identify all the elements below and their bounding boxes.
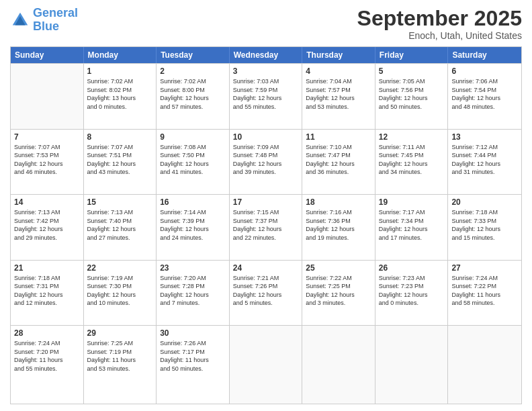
day-number: 19 bbox=[379, 197, 445, 207]
day-number: 23 bbox=[160, 263, 226, 273]
day-number: 26 bbox=[379, 263, 445, 273]
cal-cell: 15Sunrise: 7:13 AM Sunset: 7:40 PM Dayli… bbox=[84, 195, 157, 260]
logo-general: General bbox=[33, 6, 78, 19]
day-info: Sunrise: 7:21 AM Sunset: 7:26 PM Dayligh… bbox=[233, 274, 299, 308]
cal-cell: 12Sunrise: 7:11 AM Sunset: 7:45 PM Dayli… bbox=[375, 130, 449, 195]
cal-row-2: 14Sunrise: 7:13 AM Sunset: 7:42 PM Dayli… bbox=[11, 194, 521, 260]
cal-cell bbox=[11, 64, 84, 129]
weekday-header-monday: Monday bbox=[84, 47, 157, 63]
cal-cell: 19Sunrise: 7:17 AM Sunset: 7:34 PM Dayli… bbox=[375, 195, 449, 260]
cal-cell: 17Sunrise: 7:15 AM Sunset: 7:37 PM Dayli… bbox=[230, 195, 303, 260]
cal-cell: 25Sunrise: 7:22 AM Sunset: 7:25 PM Dayli… bbox=[302, 261, 375, 326]
header: General Blue September 2025 Enoch, Utah,… bbox=[10, 7, 522, 41]
day-info: Sunrise: 7:02 AM Sunset: 8:02 PM Dayligh… bbox=[87, 77, 153, 111]
cal-cell: 14Sunrise: 7:13 AM Sunset: 7:42 PM Dayli… bbox=[11, 195, 84, 260]
cal-cell bbox=[448, 326, 521, 404]
weekday-header-friday: Friday bbox=[375, 47, 449, 63]
logo-icon bbox=[10, 10, 30, 30]
cal-row-4: 28Sunrise: 7:24 AM Sunset: 7:20 PM Dayli… bbox=[11, 325, 521, 404]
day-info: Sunrise: 7:23 AM Sunset: 7:23 PM Dayligh… bbox=[379, 274, 445, 308]
cal-row-0: 1Sunrise: 7:02 AM Sunset: 8:02 PM Daylig… bbox=[11, 63, 521, 129]
day-info: Sunrise: 7:07 AM Sunset: 7:51 PM Dayligh… bbox=[87, 143, 153, 177]
cal-cell: 27Sunrise: 7:24 AM Sunset: 7:22 PM Dayli… bbox=[448, 261, 521, 326]
day-number: 8 bbox=[87, 132, 153, 142]
logo-text: General Blue bbox=[33, 7, 78, 34]
month-title: September 2025 bbox=[357, 7, 522, 30]
day-number: 17 bbox=[233, 197, 299, 207]
cal-cell: 28Sunrise: 7:24 AM Sunset: 7:20 PM Dayli… bbox=[11, 326, 84, 404]
cal-cell: 4Sunrise: 7:04 AM Sunset: 7:57 PM Daylig… bbox=[302, 64, 375, 129]
day-info: Sunrise: 7:13 AM Sunset: 7:40 PM Dayligh… bbox=[87, 208, 153, 242]
weekday-header-sunday: Sunday bbox=[11, 47, 84, 63]
day-info: Sunrise: 7:15 AM Sunset: 7:37 PM Dayligh… bbox=[233, 208, 299, 242]
day-number: 29 bbox=[87, 328, 153, 338]
day-number: 18 bbox=[306, 197, 371, 207]
cal-cell: 30Sunrise: 7:26 AM Sunset: 7:17 PM Dayli… bbox=[157, 326, 230, 404]
cal-cell: 16Sunrise: 7:14 AM Sunset: 7:39 PM Dayli… bbox=[157, 195, 230, 260]
cal-cell: 21Sunrise: 7:18 AM Sunset: 7:31 PM Dayli… bbox=[11, 261, 84, 326]
day-info: Sunrise: 7:24 AM Sunset: 7:20 PM Dayligh… bbox=[14, 339, 80, 373]
weekday-header-saturday: Saturday bbox=[448, 47, 521, 63]
day-info: Sunrise: 7:24 AM Sunset: 7:22 PM Dayligh… bbox=[451, 274, 518, 308]
day-info: Sunrise: 7:06 AM Sunset: 7:54 PM Dayligh… bbox=[451, 77, 518, 111]
day-info: Sunrise: 7:05 AM Sunset: 7:56 PM Dayligh… bbox=[379, 77, 445, 111]
cal-cell: 13Sunrise: 7:12 AM Sunset: 7:44 PM Dayli… bbox=[448, 130, 521, 195]
calendar-header: SundayMondayTuesdayWednesdayThursdayFrid… bbox=[11, 47, 521, 63]
cal-cell: 1Sunrise: 7:02 AM Sunset: 8:02 PM Daylig… bbox=[84, 64, 157, 129]
day-info: Sunrise: 7:16 AM Sunset: 7:36 PM Dayligh… bbox=[306, 208, 371, 242]
cal-cell: 2Sunrise: 7:02 AM Sunset: 8:00 PM Daylig… bbox=[157, 64, 230, 129]
cal-cell: 9Sunrise: 7:08 AM Sunset: 7:50 PM Daylig… bbox=[157, 130, 230, 195]
day-number: 24 bbox=[233, 263, 299, 273]
day-info: Sunrise: 7:04 AM Sunset: 7:57 PM Dayligh… bbox=[306, 77, 371, 111]
logo: General Blue bbox=[10, 7, 78, 34]
day-number: 7 bbox=[14, 132, 80, 142]
weekday-header-wednesday: Wednesday bbox=[230, 47, 303, 63]
day-number: 28 bbox=[14, 328, 80, 338]
day-number: 3 bbox=[233, 66, 299, 76]
cal-cell: 29Sunrise: 7:25 AM Sunset: 7:19 PM Dayli… bbox=[84, 326, 157, 404]
day-number: 20 bbox=[451, 197, 518, 207]
cal-cell: 7Sunrise: 7:07 AM Sunset: 7:53 PM Daylig… bbox=[11, 130, 84, 195]
day-info: Sunrise: 7:12 AM Sunset: 7:44 PM Dayligh… bbox=[451, 143, 518, 177]
weekday-header-thursday: Thursday bbox=[302, 47, 375, 63]
day-info: Sunrise: 7:22 AM Sunset: 7:25 PM Dayligh… bbox=[306, 274, 371, 308]
cal-cell: 8Sunrise: 7:07 AM Sunset: 7:51 PM Daylig… bbox=[84, 130, 157, 195]
cal-cell bbox=[302, 326, 375, 404]
day-number: 13 bbox=[451, 132, 518, 142]
cal-cell: 22Sunrise: 7:19 AM Sunset: 7:30 PM Dayli… bbox=[84, 261, 157, 326]
day-number: 30 bbox=[160, 328, 226, 338]
title-block: September 2025 Enoch, Utah, United State… bbox=[357, 7, 522, 41]
cal-cell bbox=[230, 326, 303, 404]
day-info: Sunrise: 7:18 AM Sunset: 7:33 PM Dayligh… bbox=[451, 208, 518, 242]
weekday-header-tuesday: Tuesday bbox=[157, 47, 230, 63]
cal-cell: 20Sunrise: 7:18 AM Sunset: 7:33 PM Dayli… bbox=[448, 195, 521, 260]
day-number: 2 bbox=[160, 66, 226, 76]
day-info: Sunrise: 7:18 AM Sunset: 7:31 PM Dayligh… bbox=[14, 274, 80, 308]
day-info: Sunrise: 7:20 AM Sunset: 7:28 PM Dayligh… bbox=[160, 274, 226, 308]
calendar-body: 1Sunrise: 7:02 AM Sunset: 8:02 PM Daylig… bbox=[11, 63, 521, 404]
day-number: 25 bbox=[306, 263, 371, 273]
logo-blue: Blue bbox=[33, 19, 59, 33]
day-info: Sunrise: 7:25 AM Sunset: 7:19 PM Dayligh… bbox=[87, 339, 153, 373]
day-number: 27 bbox=[451, 263, 518, 273]
cal-cell: 3Sunrise: 7:03 AM Sunset: 7:59 PM Daylig… bbox=[230, 64, 303, 129]
page: General Blue September 2025 Enoch, Utah,… bbox=[0, 0, 532, 411]
day-info: Sunrise: 7:13 AM Sunset: 7:42 PM Dayligh… bbox=[14, 208, 80, 242]
day-number: 16 bbox=[160, 197, 226, 207]
cal-row-3: 21Sunrise: 7:18 AM Sunset: 7:31 PM Dayli… bbox=[11, 260, 521, 326]
calendar: SundayMondayTuesdayWednesdayThursdayFrid… bbox=[10, 46, 522, 404]
cal-cell: 5Sunrise: 7:05 AM Sunset: 7:56 PM Daylig… bbox=[375, 64, 449, 129]
day-number: 11 bbox=[306, 132, 371, 142]
location: Enoch, Utah, United States bbox=[357, 30, 522, 41]
day-number: 9 bbox=[160, 132, 226, 142]
cal-cell: 23Sunrise: 7:20 AM Sunset: 7:28 PM Dayli… bbox=[157, 261, 230, 326]
day-number: 1 bbox=[87, 66, 153, 76]
day-info: Sunrise: 7:02 AM Sunset: 8:00 PM Dayligh… bbox=[160, 77, 226, 111]
day-number: 21 bbox=[14, 263, 80, 273]
cal-cell: 24Sunrise: 7:21 AM Sunset: 7:26 PM Dayli… bbox=[230, 261, 303, 326]
cal-cell: 26Sunrise: 7:23 AM Sunset: 7:23 PM Dayli… bbox=[375, 261, 449, 326]
day-number: 10 bbox=[233, 132, 299, 142]
day-info: Sunrise: 7:14 AM Sunset: 7:39 PM Dayligh… bbox=[160, 208, 226, 242]
day-info: Sunrise: 7:17 AM Sunset: 7:34 PM Dayligh… bbox=[379, 208, 445, 242]
day-info: Sunrise: 7:10 AM Sunset: 7:47 PM Dayligh… bbox=[306, 143, 371, 177]
